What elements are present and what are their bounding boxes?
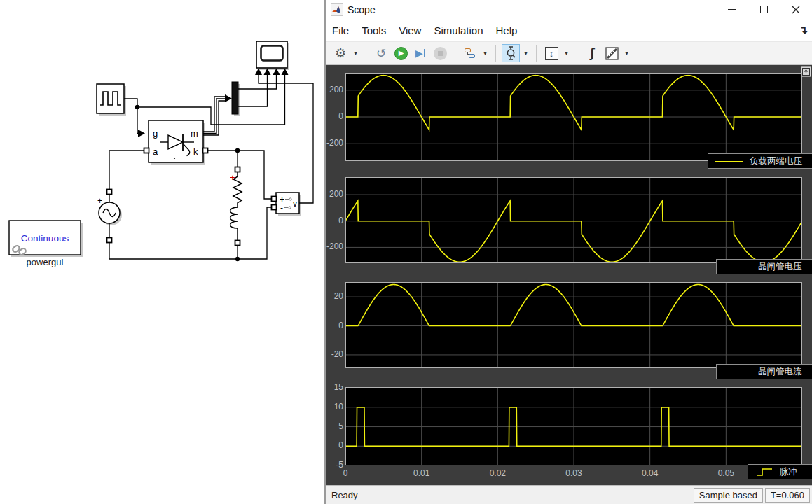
settings-button[interactable]: ⚙ [331,44,350,62]
trigger-button[interactable]: ∫ [583,44,601,62]
axes-menu-button[interactable] [801,66,811,77]
plot-thyristor-current[interactable] [345,282,802,368]
y-tick-label: -200 [326,138,343,148]
wire-bundle-1 [203,97,225,132]
signal-selector-button[interactable] [461,44,479,62]
rl-bottom-port [235,241,240,246]
y-tick-label: 10 [326,402,343,412]
window-controls [715,0,812,19]
demux-input-arrow [225,94,232,102]
signal-wires[interactable] [109,75,313,259]
legend-stair-marker [755,466,773,477]
signal-selector-dropdown[interactable]: ▾ [481,44,490,62]
powergui-block[interactable]: Continuous powergui [9,220,81,267]
toolbar-separator [495,46,496,62]
minimize-button[interactable] [715,0,748,19]
run-button[interactable]: ▶ [392,44,410,62]
legend-line-marker [724,372,752,372]
step-forward-button[interactable]: ▶ [411,44,429,62]
y-tick-label: 20 [326,291,343,301]
wire-cathode-to-plus [207,150,272,199]
legend-label: 脉冲 [780,466,797,478]
inductor-icon [230,207,238,240]
y-tick-label: 15 [326,382,343,392]
menu-bar: File Tools View Simulation Help ↴ [326,19,812,42]
menu-tools[interactable]: Tools [362,22,393,39]
x-tick-label: 0.04 [635,468,666,478]
pulse-generator-block[interactable] [97,84,124,113]
thyristor-dot [174,158,175,159]
x-tick-label: 0.03 [558,468,589,478]
step-back-icon: ↺ [376,46,386,61]
axes-scaling-button[interactable]: ↕ [542,44,560,62]
wire-demux-out1 [238,75,277,89]
menu-help[interactable]: Help [496,22,525,39]
y-tick-label: 0 [326,440,343,450]
legend-line-marker [724,267,752,267]
x-tick-label: 0 [330,468,361,478]
source-plus-label: + [97,196,102,206]
wire-source-to-anode [109,150,144,189]
trigger-icon: ∫ [590,46,593,61]
step-forward-icon: ▶ [415,48,423,59]
panel-arrow-icon [802,68,810,76]
port-label-measure: m [191,128,198,139]
zoom-button[interactable] [502,44,520,62]
toolbar-separator [455,46,455,62]
legend-thyristor-voltage: 晶闸管电压 [716,259,812,274]
step-back-button[interactable]: ↺ [372,44,390,62]
measurements-icon [605,47,619,60]
y-tick-label: 5 [326,421,343,431]
vmeas-minus-label: - [280,203,283,213]
y-tick-label: 0 [326,216,343,225]
stop-button[interactable] [431,44,449,62]
demux-block[interactable] [225,82,238,114]
voltage-measurement-block[interactable]: + - v [272,192,300,214]
vmeas-plus-port [272,197,277,202]
y-tick-label: -20 [326,349,343,359]
wire-bottom-rail [109,207,272,259]
wire-pulse-to-gate [124,99,139,134]
source-bottom-port [107,238,112,243]
plot-thyristor-voltage[interactable] [345,177,802,263]
status-text: Ready [331,490,358,500]
vmeas-output-label: v [293,199,297,209]
plot-gate-pulse[interactable] [345,387,802,465]
rl-plus-label: + [230,172,235,183]
dock-arrow-icon[interactable]: ↴ [799,24,808,36]
sim-time-indicator: T=0.060 [765,488,810,503]
rl-branch-block[interactable]: + [230,167,242,246]
minimize-icon [728,9,736,10]
rl-top-port [235,167,240,172]
x-tick-label: 0.01 [406,468,437,478]
measurements-dropdown[interactable]: ▾ [622,44,631,62]
gate-input-arrow [138,130,145,137]
gear-icon: ⚙ [335,46,346,61]
menu-view[interactable]: View [399,22,428,39]
matlab-logo-icon [331,4,343,16]
window-title: Scope [347,4,376,15]
toolbar-separator [366,46,366,62]
scope-window: Scope File Tools View Simulation Help ↴ … [324,0,812,504]
ac-voltage-source-block[interactable]: + [97,190,120,243]
run-icon: ▶ [394,47,408,60]
plot-load-voltage[interactable] [345,74,802,161]
maximize-icon [760,6,768,13]
y-tick-label: 200 [326,189,343,199]
axes-scaling-dropdown[interactable]: ▾ [562,44,571,62]
simulink-model-canvas: g a m k [0,0,324,504]
y-tick-label: 0 [326,321,343,330]
measurements-button[interactable] [603,44,621,62]
settings-dropdown[interactable]: ▾ [351,44,360,62]
close-button[interactable] [780,0,812,19]
stop-icon [434,47,447,60]
thyristor-block[interactable]: g a m k [138,120,208,162]
status-bar: Ready Sample based T=0.060 [326,485,812,504]
menu-simulation[interactable]: Simulation [434,22,490,39]
vmeas-minus-port [272,205,277,210]
legend-line-marker [715,161,743,162]
zoom-dropdown[interactable]: ▾ [521,44,530,62]
maximize-button[interactable] [748,0,780,19]
powergui-name-label: powergui [27,257,64,267]
menu-file[interactable]: File [332,22,356,39]
